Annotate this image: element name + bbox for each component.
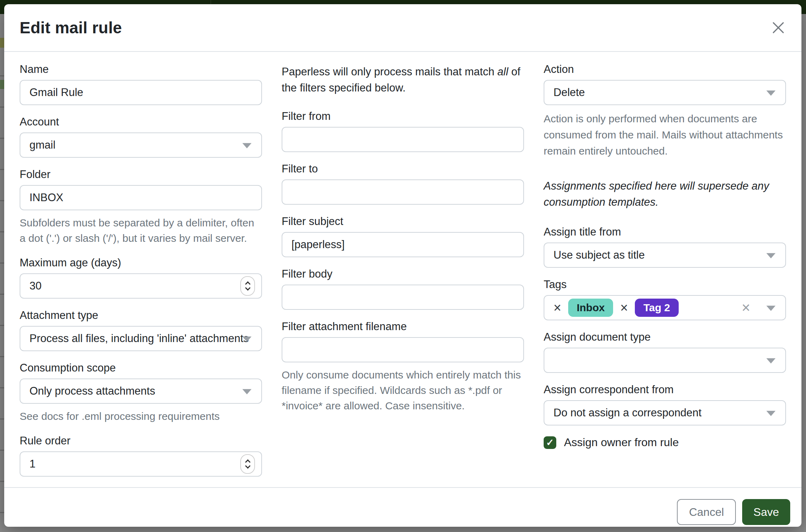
account-group: Account gmail <box>20 116 262 158</box>
close-button[interactable] <box>769 19 787 37</box>
tags-label: Tags <box>544 278 786 291</box>
max-age-group: Maximum age (days) 30 <box>20 257 262 299</box>
chevron-down-icon <box>766 358 775 363</box>
chevron-down-icon <box>766 306 775 311</box>
rule-order-value: 1 <box>29 458 35 470</box>
chevron-down-icon <box>242 143 251 148</box>
attachment-type-group: Attachment type Process all files, inclu… <box>20 309 262 351</box>
number-stepper[interactable] <box>240 276 255 296</box>
assign-correspondent-select[interactable]: Do not assign a correspondent <box>544 400 786 425</box>
close-icon <box>772 21 785 34</box>
dialog-title: Edit mail rule <box>20 18 122 37</box>
assign-title-group: Assign title from Use subject as title <box>544 226 786 268</box>
assign-correspondent-group: Assign correspondent from Do not assign … <box>544 383 786 425</box>
account-select[interactable]: gmail <box>20 132 262 158</box>
tags-group: Tags × Inbox × Tag 2 × <box>544 278 786 320</box>
column-filters: Paperless will only process mails that m… <box>282 63 524 487</box>
account-select-value: gmail <box>29 139 252 151</box>
edit-mail-rule-dialog: Edit mail rule Name Account gmail <box>4 4 801 527</box>
chevron-down-icon <box>766 253 775 258</box>
save-button[interactable]: Save <box>742 499 790 525</box>
filter-attachment-filename-label: Filter attachment filename <box>282 320 524 333</box>
filters-intro-pre: Paperless will only process mails that m… <box>282 66 497 78</box>
folder-help-text: Subfolders must be separated by a delimi… <box>20 215 262 246</box>
column-actions: Action Delete Action is only performed w… <box>544 63 786 487</box>
attachment-type-select[interactable]: Process all files, including 'inline' at… <box>20 326 262 351</box>
filter-body-input[interactable] <box>282 285 524 310</box>
action-select-value: Delete <box>553 86 776 99</box>
consumption-scope-select[interactable]: Only process attachments <box>20 378 262 404</box>
filter-body-label: Filter body <box>282 268 524 280</box>
action-help-text: Action is only performed when documents … <box>544 111 786 159</box>
dialog-body: Name Account gmail Folder Subfolders mus… <box>4 52 801 487</box>
consumption-scope-label: Consumption scope <box>20 362 262 374</box>
checkmark-icon: ✓ <box>546 437 554 448</box>
remove-tag-icon[interactable]: × <box>553 301 561 314</box>
chevron-down-icon <box>766 90 775 96</box>
filter-to-input[interactable] <box>282 179 524 205</box>
rule-order-group: Rule order 1 <box>20 435 262 477</box>
rule-order-label: Rule order <box>20 435 262 447</box>
assign-correspondent-value: Do not assign a correspondent <box>553 407 776 419</box>
action-group: Action Delete Action is only performed w… <box>544 63 786 159</box>
attachment-type-value: Process all files, including 'inline' at… <box>29 332 252 345</box>
max-age-input[interactable]: 30 <box>20 273 262 299</box>
assign-doctype-label: Assign document type <box>544 331 786 343</box>
filter-attachment-filename-input[interactable] <box>282 337 524 362</box>
filter-body-group: Filter body <box>282 268 524 310</box>
action-label: Action <box>544 63 786 76</box>
max-age-value: 30 <box>29 280 41 292</box>
filter-from-label: Filter from <box>282 110 524 123</box>
background-page-fragment <box>0 14 4 532</box>
filter-from-input[interactable] <box>282 127 524 152</box>
cancel-button[interactable]: Cancel <box>677 499 736 525</box>
tag-chip[interactable]: Inbox <box>568 299 613 317</box>
tags-multiselect[interactable]: × Inbox × Tag 2 × <box>544 295 786 320</box>
remove-tag-icon[interactable]: × <box>620 301 628 314</box>
folder-input[interactable] <box>20 185 262 210</box>
filter-from-group: Filter from <box>282 110 524 152</box>
filters-intro-text: Paperless will only process mails that m… <box>282 64 524 96</box>
stepper-down-icon <box>245 285 250 291</box>
consumption-scope-help-text: See docs for .eml processing requirement… <box>20 409 262 424</box>
number-stepper[interactable] <box>240 454 255 474</box>
account-label: Account <box>20 116 262 128</box>
assign-title-value: Use subject as title <box>553 249 776 261</box>
background-page-fragment <box>0 80 4 89</box>
filter-to-group: Filter to <box>282 163 524 205</box>
chevron-down-icon <box>242 336 251 342</box>
rule-order-input[interactable]: 1 <box>20 451 262 477</box>
chevron-down-icon <box>766 411 775 416</box>
assign-title-select[interactable]: Use subject as title <box>544 243 786 268</box>
name-label: Name <box>20 63 262 76</box>
consumption-scope-group: Consumption scope Only process attachmen… <box>20 362 262 424</box>
action-select[interactable]: Delete <box>544 80 786 105</box>
folder-label: Folder <box>20 168 262 181</box>
assign-owner-checkbox[interactable]: ✓ <box>544 436 556 449</box>
filter-subject-label: Filter subject <box>282 215 524 228</box>
filter-subject-input[interactable] <box>282 232 524 257</box>
assignments-note-text: Assignments specified here will supersed… <box>544 178 786 210</box>
filters-intro-emphasis: all <box>497 66 508 78</box>
filter-to-label: Filter to <box>282 163 524 175</box>
name-input[interactable] <box>20 80 262 105</box>
max-age-label: Maximum age (days) <box>20 257 262 269</box>
consumption-scope-value: Only process attachments <box>29 385 252 397</box>
background-page-fragment <box>0 38 4 48</box>
dialog-header: Edit mail rule <box>4 4 801 52</box>
dialog-footer: Cancel Save <box>4 487 801 532</box>
assign-correspondent-label: Assign correspondent from <box>544 383 786 396</box>
assign-doctype-select[interactable] <box>544 348 786 373</box>
tag-chip[interactable]: Tag 2 <box>635 299 678 317</box>
name-group: Name <box>20 63 262 105</box>
attachment-type-label: Attachment type <box>20 309 262 322</box>
assign-owner-row: ✓ Assign owner from rule <box>544 436 786 449</box>
filter-attachment-filename-group: Filter attachment filename Only consume … <box>282 320 524 414</box>
filter-attachment-filename-help-text: Only consume documents which entirely ma… <box>282 367 524 414</box>
filter-subject-group: Filter subject <box>282 215 524 257</box>
assign-title-label: Assign title from <box>544 226 786 238</box>
chevron-down-icon <box>242 389 251 394</box>
clear-all-icon[interactable]: × <box>741 300 750 315</box>
stepper-down-icon <box>245 463 250 469</box>
folder-group: Folder Subfolders must be separated by a… <box>20 168 262 246</box>
